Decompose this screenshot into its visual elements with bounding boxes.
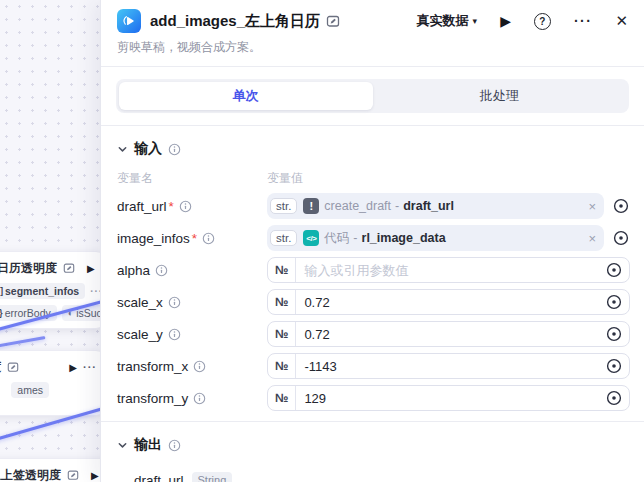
reference-picker-icon[interactable] (605, 293, 623, 311)
param-table-header: 变量名 变量值 (101, 162, 644, 193)
number-input-box: № (267, 321, 630, 347)
required-mark: * (192, 231, 197, 246)
rename-icon[interactable] (67, 469, 79, 481)
canvas-node-sign-opacity[interactable]: 上上签透明度 ▶ ··· (0, 458, 101, 482)
transform-x-input[interactable] (296, 359, 605, 374)
column-name: 变量名 (117, 170, 267, 187)
node-title: 上上签透明度 (0, 467, 61, 482)
transform-y-input[interactable] (296, 391, 605, 406)
param-name: transform_y (117, 391, 188, 406)
number-input-box: № (267, 289, 630, 315)
data-mode-label: 真实数据 (417, 12, 469, 30)
type-chip: № (268, 386, 296, 410)
number-input-box: № (267, 353, 630, 379)
alpha-input[interactable] (296, 263, 605, 278)
node-more-icon[interactable]: ··· (83, 361, 97, 373)
info-icon[interactable] (202, 232, 215, 245)
type-chip: str. (270, 230, 297, 246)
workflow-editor-screen: 日历透明度 ▶ ··· [ ] segment_infos ··· {} err… (0, 0, 644, 482)
node-config-panel: add_images_左上角日历 真实数据 ▾ ▶ ? ··· ✕ 剪映草稿，视… (100, 0, 644, 482)
reference-picker-icon[interactable] (605, 325, 623, 343)
close-icon[interactable]: ✕ (615, 12, 628, 30)
chip-label: segment_infos (5, 285, 79, 297)
node-run-icon[interactable]: ▶ (87, 263, 95, 274)
reference-value-box[interactable]: str. </> 代码 - rl_image_data × (267, 225, 604, 251)
tab-batch[interactable]: 批处理 (373, 82, 627, 110)
param-row-scale-x: scale_x № (117, 289, 630, 315)
canvas-node-calendar-opacity[interactable]: 日历透明度 ▶ ··· [ ] segment_infos ··· {} err… (0, 251, 101, 329)
run-mode-tabs: 单次 批处理 (101, 67, 644, 125)
connection-edge[interactable] (0, 336, 45, 348)
rename-icon[interactable] (326, 14, 340, 28)
type-chip: № (268, 354, 296, 378)
help-icon[interactable]: ? (534, 13, 551, 30)
node-app-icon (117, 9, 141, 33)
ref-source: create_draft (324, 199, 391, 213)
type-chip: № (268, 258, 296, 282)
chevron-down-icon[interactable] (117, 144, 128, 155)
scale-x-input[interactable] (296, 295, 605, 310)
workflow-canvas[interactable]: 日历透明度 ▶ ··· [ ] segment_infos ··· {} err… (0, 0, 101, 482)
param-row-image-infos: image_infos * str. </> 代码 - rl_image_dat… (117, 225, 630, 251)
data-mode-dropdown[interactable]: 真实数据 ▾ (417, 12, 478, 30)
info-icon[interactable] (168, 143, 181, 156)
output-type-badge: String (192, 472, 233, 482)
section-title: 输入 (134, 140, 162, 158)
number-input-box: № (267, 257, 630, 283)
clear-icon[interactable]: × (588, 199, 596, 214)
output-name: draft_url (134, 473, 184, 482)
chevron-down-icon[interactable] (117, 440, 128, 451)
reference-picker-icon[interactable] (612, 197, 630, 215)
ref-source: 代码 (324, 230, 349, 247)
run-node-button[interactable]: ▶ (500, 13, 511, 29)
param-row-draft-url: draft_url * str. ! create_draft - draft_… (117, 193, 630, 219)
reference-value-box[interactable]: str. ! create_draft - draft_url × (267, 193, 604, 219)
number-input-box: № (267, 385, 630, 411)
input-section-header[interactable]: 输入 (101, 126, 644, 162)
node-run-icon[interactable]: ▶ (91, 470, 99, 481)
node-title-fragment: 度 (0, 359, 1, 376)
param-row-alpha: alpha № (117, 257, 630, 283)
rename-icon[interactable] (63, 262, 75, 274)
info-icon[interactable] (193, 392, 206, 405)
array-icon: [ ] (0, 286, 2, 296)
exclamation-icon: ! (303, 198, 319, 214)
code-icon: </> (303, 230, 319, 246)
output-row-draft-url: draft_url String (101, 458, 644, 482)
info-icon[interactable] (168, 439, 181, 452)
info-icon[interactable] (179, 200, 192, 213)
ref-field: draft_url (403, 199, 454, 213)
clear-icon[interactable]: × (588, 231, 596, 246)
reference-picker-icon[interactable] (605, 261, 623, 279)
info-icon[interactable] (155, 264, 168, 277)
reference-picker-icon[interactable] (605, 389, 623, 407)
column-value: 变量值 (267, 170, 303, 187)
output-section-header[interactable]: 输出 (101, 422, 644, 458)
param-row-transform-y: transform_y № (117, 385, 630, 411)
rename-icon[interactable] (7, 361, 19, 373)
section-title: 输出 (134, 436, 162, 454)
type-chip: № (268, 322, 296, 346)
scale-y-input[interactable] (296, 327, 605, 342)
ref-separator: - (353, 231, 357, 245)
info-icon[interactable] (168, 296, 181, 309)
param-row-transform-x: transform_x № (117, 353, 630, 379)
tab-single-run[interactable]: 单次 (119, 82, 373, 110)
required-mark: * (169, 199, 174, 214)
param-name: scale_y (117, 327, 163, 342)
output-chip-partial[interactable]: ames (11, 382, 49, 398)
node-description: 剪映草稿，视频合成方案。 (101, 37, 644, 66)
canvas-node-partial[interactable]: 度 ▶ ··· ames (0, 350, 101, 416)
output-chip-segment-infos[interactable]: [ ] segment_infos (0, 283, 85, 299)
ref-field: rl_image_data (362, 231, 446, 245)
param-row-scale-y: scale_y № (117, 321, 630, 347)
info-icon[interactable] (193, 360, 206, 373)
reference-picker-icon[interactable] (612, 229, 630, 247)
ref-separator: - (395, 199, 399, 213)
reference-picker-icon[interactable] (605, 357, 623, 375)
node-run-icon[interactable]: ▶ (69, 362, 77, 373)
param-name: transform_x (117, 359, 188, 374)
more-menu-icon[interactable]: ··· (574, 13, 593, 29)
caret-down-icon: ▾ (473, 16, 478, 26)
info-icon[interactable] (168, 328, 181, 341)
